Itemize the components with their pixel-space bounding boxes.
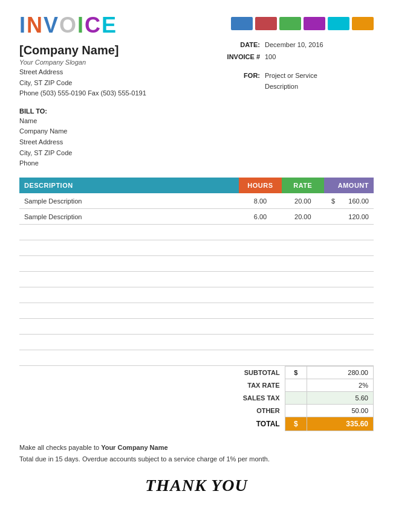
row-hours [239,350,281,366]
row-description [19,287,239,303]
row-description: Sample Description [19,209,239,225]
footer-company-name: Your Company Name [101,444,167,451]
title-letter-i2: I [77,13,85,37]
invoice-value: 100 [265,52,276,63]
bill-to-section: BILL TO: Name Company Name Street Addres… [19,107,374,169]
bill-street: Street Address [19,137,374,148]
color-box-orange[interactable] [352,17,374,30]
row-hours: 8.00 [239,193,281,209]
row-description [19,350,239,366]
invoice-table: DESCRIPTION HOURS RATE AMOUNT Sample Des… [19,178,374,367]
color-palette [231,17,374,30]
total-dollar: $ [285,417,307,431]
row-amount [324,350,374,366]
other-value: 50.00 [307,405,374,417]
row-description [19,319,239,335]
th-rate: RATE [282,178,324,193]
row-amount [324,225,374,240]
row-rate [282,303,324,319]
company-phone-fax: Phone (503) 555-0190 Fax (503) 555-0191 [19,88,216,99]
table-row [19,303,374,319]
subtotal-row: SUBTOTAL $ 280.00 [19,367,374,379]
row-rate [282,240,324,256]
row-hours [239,303,281,319]
color-box-green[interactable] [279,17,301,30]
bill-to-label: BILL TO: [19,107,374,115]
total-row: TOTAL $ 335.60 [19,417,374,431]
row-hours [239,287,281,303]
row-amount [324,335,374,350]
for-value: Project or ServiceDescription [265,71,317,92]
sales-tax-value: 5.60 [307,392,374,405]
th-amount: AMOUNT [324,178,374,193]
row-rate [282,287,324,303]
checks-text: Make all checks payable to [19,444,101,451]
terms-text: Total due in 15 days. Overdue accounts s… [19,453,374,465]
row-amount: $160.00 [324,193,374,209]
row-rate: 20.00 [282,193,324,209]
row-rate [282,350,324,366]
date-row: DATE: December 10, 2016 [216,40,374,51]
table-row: Sample Description8.0020.00$160.00 [19,193,374,209]
table-row [19,240,374,256]
subtotal-value: 280.00 [307,367,374,379]
row-rate [282,225,324,240]
title-letter-i: I [19,13,27,37]
row-amount [324,272,374,287]
other-row: OTHER 50.00 [19,405,374,417]
table-row [19,319,374,335]
color-box-blue[interactable] [231,17,253,30]
row-rate [282,272,324,287]
info-section: [Company Name] Your Company Slogan Stree… [19,40,374,99]
row-amount [324,240,374,256]
title-letter-e: E [102,13,117,37]
table-row [19,287,374,303]
company-street: Street Address [19,67,216,78]
row-description: Sample Description [19,193,239,209]
row-description [19,240,239,256]
row-hours [239,272,281,287]
th-description: DESCRIPTION [19,178,239,193]
footer-section: Make all checks payable to Your Company … [19,442,374,464]
row-amount [324,287,374,303]
table-row: Sample Description6.0020.00120.00 [19,209,374,225]
tax-rate-dollar [285,379,307,392]
row-hours [239,319,281,335]
payment-note: Make all checks payable to Your Company … [19,442,374,453]
table-row [19,335,374,350]
total-value: 335.60 [307,417,374,431]
bill-phone: Phone [19,158,374,169]
row-hours: 6.00 [239,209,281,225]
row-rate: 20.00 [282,209,324,225]
color-box-red[interactable] [255,17,277,30]
title-letter-v: V [44,13,59,37]
row-rate [282,319,324,335]
company-name: [Company Name] [19,43,216,57]
row-amount [324,319,374,335]
row-rate [282,256,324,272]
color-box-purple[interactable] [304,17,325,30]
color-box-cyan[interactable] [328,17,349,30]
row-hours [239,335,281,350]
company-city: City, ST ZIP Code [19,78,216,89]
invoice-title: INVOICE [19,14,117,36]
table-row [19,272,374,287]
bill-city: City, ST ZIP Code [19,148,374,159]
sales-tax-dollar [285,392,307,405]
row-hours [239,256,281,272]
table-row [19,225,374,240]
subtotal-label: SUBTOTAL [19,367,285,379]
other-dollar [285,405,307,417]
row-description [19,303,239,319]
invoice-number-row: INVOICE # 100 [216,52,374,63]
row-description [19,335,239,350]
other-label: OTHER [19,405,285,417]
company-info: [Company Name] Your Company Slogan Stree… [19,40,216,99]
date-label: DATE: [216,40,260,51]
row-hours [239,240,281,256]
title-letter-o: O [59,13,77,37]
tax-rate-row: TAX RATE 2% [19,379,374,392]
table-row [19,350,374,366]
title-letter-c: C [85,13,102,37]
tax-rate-value: 2% [307,379,374,392]
